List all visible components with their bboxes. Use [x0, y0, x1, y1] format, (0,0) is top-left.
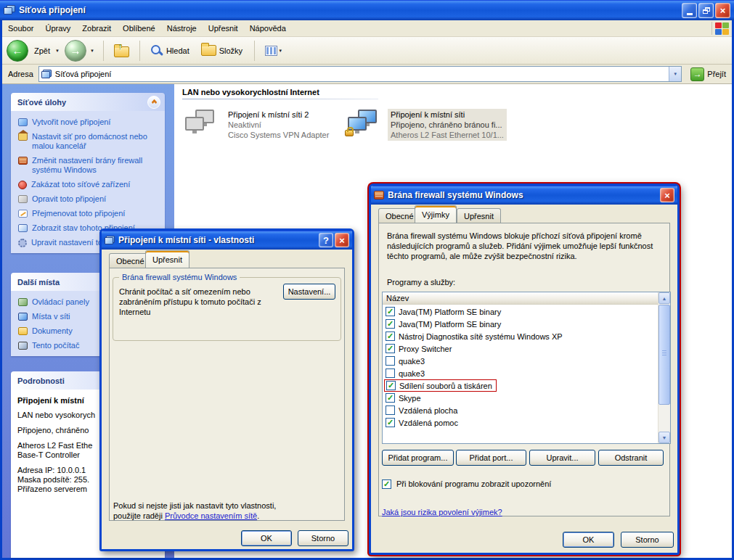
firewall-description: Chránit počítač a síť omezením nebo zabr…	[119, 287, 279, 317]
menu-napoveda[interactable]: Nápověda	[244, 21, 292, 36]
firewall-icon	[374, 191, 384, 199]
up-button[interactable]: ↑	[110, 42, 133, 59]
risks-help-link[interactable]: Jaká jsou rizika povolení výjimek?	[382, 508, 502, 516]
back-label[interactable]: Zpět	[34, 46, 50, 55]
cancel-button[interactable]: Storno	[298, 530, 348, 546]
task-rename-connection[interactable]: Přejmenovat toto připojení	[18, 209, 160, 218]
back-button[interactable]: ←	[7, 40, 28, 62]
ok-button[interactable]: OK	[563, 532, 614, 548]
titlebar: Síťová připojení ×	[0, 0, 734, 20]
list-column-header[interactable]: Název	[383, 292, 658, 305]
vertical-scrollbar[interactable]: ▲ ▼	[658, 292, 670, 443]
exception-row[interactable]: ✓Java(TM) Platform SE binary	[383, 318, 658, 330]
forward-dropdown-icon[interactable]: ▼	[90, 49, 94, 53]
scrollbar-thumb[interactable]	[658, 305, 670, 405]
section-header: LAN nebo vysokorychlostní Internet	[182, 88, 319, 96]
checkbox-checked[interactable]: ✓	[386, 393, 395, 403]
connection-icon	[105, 236, 115, 245]
collapse-button[interactable]	[147, 96, 160, 109]
task-setup-home-network[interactable]: Nastavit síť pro domácnost nebo malou ka…	[18, 132, 160, 151]
exception-label: Skype	[399, 394, 421, 403]
exception-row[interactable]: ✓Vzdálená pomoc	[383, 416, 658, 429]
forward-button[interactable]: →	[65, 40, 86, 62]
close-button[interactable]: ×	[660, 188, 674, 202]
restore-button[interactable]	[698, 3, 714, 18]
toolbar-separator	[254, 41, 255, 61]
rename-icon	[18, 210, 28, 218]
firewall-icon	[18, 157, 28, 165]
address-location-icon	[41, 70, 52, 79]
add-port-button[interactable]: Přidat port...	[456, 450, 526, 466]
tab-upresnit[interactable]: Upřesnit	[457, 208, 501, 223]
menu-oblibene[interactable]: Oblíbené	[117, 21, 161, 36]
address-input[interactable]: Síťová připojení ▼	[38, 66, 682, 82]
exception-row[interactable]: ✓Nástroj Diagnostika sítě systému Window…	[383, 330, 658, 342]
scroll-down-button[interactable]: ▼	[658, 432, 670, 443]
repair-icon	[18, 195, 28, 203]
menu-zobrazit[interactable]: Zobrazit	[76, 21, 117, 36]
edit-button[interactable]: Upravit...	[529, 450, 595, 466]
tab-upresnit[interactable]: Upřesnit	[145, 250, 189, 268]
connection-icon-active	[346, 109, 381, 138]
notify-checkbox-checked[interactable]: ✓	[382, 479, 391, 489]
new-connection-icon	[18, 118, 28, 126]
connection-item-lan[interactable]: Připojení k místní síti Připojeno, chrán…	[346, 109, 507, 141]
menu-nastroje[interactable]: Nástroje	[161, 21, 203, 36]
checkbox-unchecked[interactable]	[386, 368, 395, 378]
checkbox-checked[interactable]: ✓	[386, 332, 395, 341]
menu-soubor[interactable]: Soubor	[2, 21, 39, 36]
views-button[interactable]: ▼	[261, 44, 288, 58]
scroll-up-button[interactable]: ▲	[658, 292, 670, 304]
exception-row[interactable]: ✓Java(TM) Platform SE binary	[383, 305, 658, 318]
menu-upravy[interactable]: Úpravy	[39, 21, 76, 36]
connection-properties-dialog: Připojení k místní síti - vlastnosti ? ×…	[99, 228, 354, 551]
search-button[interactable]: Hledat	[147, 42, 195, 59]
checkbox-checked[interactable]: ✓	[386, 319, 395, 329]
folders-label: Složky	[219, 46, 242, 55]
tab-vyjimky[interactable]: Výjimky	[415, 205, 457, 223]
network-tasks-header[interactable]: Síťové úlohy	[11, 93, 165, 111]
exception-row-file-sharing[interactable]: ✓Sdílení souborů a tiskáren	[383, 379, 658, 392]
remove-button[interactable]: Odstranit	[598, 450, 664, 466]
exception-row[interactable]: ✓Proxy Switcher	[383, 342, 658, 355]
menu-upresnit[interactable]: Upřesnit	[203, 21, 244, 36]
close-button[interactable]: ×	[715, 3, 730, 18]
network-setup-wizard-link[interactable]: Průvodce nastavením sítě	[165, 511, 257, 520]
task-disable-device[interactable]: Zakázat toto síťové zařízení	[18, 180, 160, 189]
exceptions-list[interactable]: Název ✓Java(TM) Platform SE binary ✓Java…	[382, 292, 671, 444]
exception-row[interactable]: quake3	[383, 355, 658, 367]
firewall-intro-text: Brána firewall systému Windows blokuje p…	[387, 231, 664, 261]
folder-up-icon: ↑	[114, 46, 129, 57]
checkbox-checked[interactable]: ✓	[386, 418, 395, 427]
exception-label: Nástroj Diagnostika sítě systému Windows…	[399, 332, 563, 341]
task-repair-connection[interactable]: Opravit toto připojení	[18, 194, 160, 204]
menu-bar: Soubor Úpravy Zobrazit Oblíbené Nástroje…	[2, 20, 732, 37]
address-dropdown-button[interactable]: ▼	[669, 67, 681, 81]
risks-help-link-row: Jaká jsou rizika povolení výjimek?	[382, 507, 502, 517]
exception-row[interactable]: ✓Skype	[383, 392, 658, 404]
go-arrow-icon: →	[693, 69, 702, 79]
firewall-lock-icon	[345, 130, 354, 136]
connection-title: Připojení k místní síti	[391, 110, 504, 120]
connection-item-lan2[interactable]: Připojení k místní síti 2 Neaktivní Cisc…	[184, 109, 332, 141]
ok-button[interactable]: OK	[241, 530, 292, 546]
checkbox-unchecked[interactable]	[386, 356, 395, 366]
folders-button[interactable]: Složky	[197, 43, 248, 58]
checkbox-checked[interactable]: ✓	[386, 307, 395, 316]
cancel-button[interactable]: Storno	[621, 532, 674, 548]
close-button[interactable]: ×	[335, 233, 349, 247]
exception-row[interactable]: Vzdálená plocha	[383, 404, 658, 416]
checkbox-unchecked[interactable]	[386, 405, 395, 415]
task-create-connection[interactable]: Vytvořit nové připojení	[18, 118, 160, 127]
network-places-icon	[18, 313, 28, 321]
minimize-button[interactable]	[682, 3, 697, 18]
settings-button[interactable]: Nastavení...	[283, 284, 335, 300]
go-button[interactable]: → Přejít	[687, 66, 730, 83]
back-dropdown-icon[interactable]: ▼	[55, 49, 60, 53]
task-change-firewall-settings[interactable]: Změnit nastavení brány firewall systému …	[18, 156, 160, 175]
checkbox-checked[interactable]: ✓	[386, 344, 395, 353]
checkbox-checked[interactable]: ✓	[386, 381, 396, 390]
help-button[interactable]: ?	[319, 233, 333, 247]
exception-row[interactable]: quake3	[383, 367, 658, 379]
add-program-button[interactable]: Přidat program...	[382, 450, 454, 466]
